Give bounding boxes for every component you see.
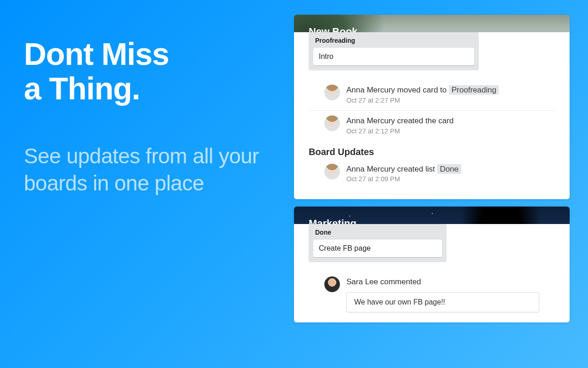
activity-text: Anna Mercury created list Done — [346, 164, 555, 175]
list-card[interactable]: Proofreading Intro — [309, 32, 479, 70]
hero-subhead: See updates from all your boards in one … — [24, 143, 272, 198]
activity-feed: Sara Lee commented We have our own FB pa… — [309, 272, 555, 312]
task-card[interactable]: Create FB page — [313, 240, 442, 257]
activity-item: Anna Mercury created list Done Oct 27 at… — [309, 159, 555, 190]
list-title: Proofreading — [313, 36, 474, 48]
avatar[interactable] — [324, 276, 340, 292]
activity-user: Anna Mercury — [346, 116, 395, 125]
activity-text: Sara Lee commented — [346, 276, 555, 288]
avatar[interactable] — [324, 85, 340, 100]
activity-user: Anna Mercury — [346, 86, 395, 94]
avatar[interactable] — [324, 164, 340, 179]
activity-user: Anna Mercury — [346, 165, 395, 173]
comment-bubble[interactable]: We have our own FB page!! — [346, 292, 539, 312]
activity-action: moved card to — [395, 86, 449, 94]
headline-line-1: Dont Miss — [24, 36, 169, 71]
board-panel-marketing: Marketing Done Create FB page Sara Lee c… — [294, 207, 570, 322]
activity-timestamp: Oct 27 at 2:12 PM — [346, 127, 555, 135]
activity-item: Anna Mercury created the card Oct 27 at … — [309, 111, 555, 141]
activity-feed: Anna Mercury moved card to Proofreading … — [309, 80, 555, 141]
activity-action: commented — [378, 277, 421, 286]
activity-text: Anna Mercury moved card to Proofreading — [346, 85, 555, 96]
task-card[interactable]: Intro — [313, 48, 474, 65]
activity-action: created the card — [395, 116, 454, 125]
list-title: Done — [313, 228, 442, 240]
section-heading-board-updates: Board Updates — [309, 147, 555, 157]
activity-tag[interactable]: Proofreading — [449, 85, 499, 95]
activity-item: Anna Mercury moved card to Proofreading … — [309, 80, 555, 111]
headline-line-2: a Thing. — [24, 71, 140, 106]
activity-timestamp: Oct 27 at 2:09 PM — [346, 175, 555, 183]
avatar[interactable] — [324, 115, 340, 131]
activity-tag[interactable]: Done — [437, 164, 461, 174]
activity-item: Sara Lee commented We have our own FB pa… — [309, 272, 555, 312]
board-panel-new-book: New Book Proofreading Intro Anna Mercury… — [294, 15, 570, 199]
hero-headline: Dont Miss a Thing. — [24, 37, 272, 106]
board-updates-feed: Anna Mercury created list Done Oct 27 at… — [309, 159, 555, 190]
activity-action: created list — [395, 165, 437, 173]
activity-text: Anna Mercury created the card — [346, 115, 555, 126]
list-card[interactable]: Done Create FB page — [309, 224, 447, 262]
activity-timestamp: Oct 27 at 2:27 PM — [346, 97, 555, 104]
activity-user: Sara Lee — [346, 277, 378, 286]
